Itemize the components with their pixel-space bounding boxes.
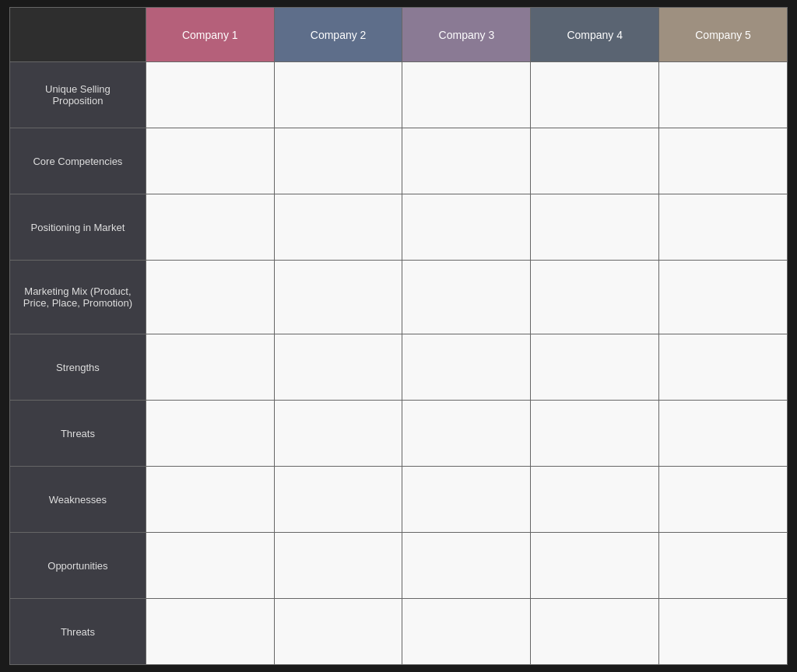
cell-opp-c1[interactable] [146, 533, 274, 599]
table-row: Marketing Mix (Product, Price, Place, Pr… [10, 261, 788, 334]
cell-thr2-c3[interactable] [402, 599, 531, 665]
cell-wk-c2[interactable] [274, 467, 402, 533]
table-row: Opportunities [10, 533, 788, 599]
cell-usp-c4[interactable] [531, 62, 659, 128]
cell-str-c4[interactable] [531, 334, 659, 401]
cell-cc-c2[interactable] [274, 128, 402, 194]
cell-wk-c5[interactable] [659, 467, 788, 533]
header-empty [10, 8, 146, 62]
cell-mm-c3[interactable] [402, 261, 531, 334]
table-row: Weaknesses [10, 467, 788, 533]
header-company2: Company 2 [274, 8, 402, 62]
row-label-usp: Unique Selling Proposition [10, 62, 146, 128]
cell-pos-c4[interactable] [531, 194, 659, 261]
row-label-threats2: Threats [10, 599, 146, 665]
cell-thr1-c4[interactable] [531, 401, 659, 467]
table-row: Threats [10, 401, 788, 467]
header-company5: Company 5 [659, 8, 788, 62]
cell-cc-c3[interactable] [402, 128, 531, 194]
cell-str-c3[interactable] [402, 334, 531, 401]
cell-mm-c2[interactable] [274, 261, 402, 334]
row-label-marketing-mix: Marketing Mix (Product, Price, Place, Pr… [10, 261, 146, 334]
comparison-table: Company 1 Company 2 Company 3 Company 4 … [9, 7, 788, 665]
cell-cc-c1[interactable] [146, 128, 274, 194]
cell-mm-c4[interactable] [531, 261, 659, 334]
cell-wk-c3[interactable] [402, 467, 531, 533]
cell-str-c2[interactable] [274, 334, 402, 401]
table-row: Threats [10, 599, 788, 665]
cell-pos-c5[interactable] [659, 194, 788, 261]
cell-thr2-c4[interactable] [531, 599, 659, 665]
cell-usp-c2[interactable] [274, 62, 402, 128]
cell-thr1-c5[interactable] [659, 401, 788, 467]
row-label-weaknesses: Weaknesses [10, 467, 146, 533]
header-company1: Company 1 [146, 8, 274, 62]
row-label-core-competencies: Core Competencies [10, 128, 146, 194]
cell-mm-c1[interactable] [146, 261, 274, 334]
table-row: Core Competencies [10, 128, 788, 194]
cell-opp-c5[interactable] [659, 533, 788, 599]
cell-thr2-c5[interactable] [659, 599, 788, 665]
table-wrapper: Company 1 Company 2 Company 3 Company 4 … [0, 0, 797, 672]
header-company3: Company 3 [402, 8, 531, 62]
row-label-strengths: Strengths [10, 334, 146, 401]
cell-wk-c1[interactable] [146, 467, 274, 533]
cell-opp-c2[interactable] [274, 533, 402, 599]
cell-usp-c5[interactable] [659, 62, 788, 128]
row-label-threats1: Threats [10, 401, 146, 467]
cell-usp-c3[interactable] [402, 62, 531, 128]
cell-pos-c2[interactable] [274, 194, 402, 261]
cell-cc-c5[interactable] [659, 128, 788, 194]
cell-cc-c4[interactable] [531, 128, 659, 194]
table-row: Strengths [10, 334, 788, 401]
table-row: Positioning in Market [10, 194, 788, 261]
cell-thr1-c3[interactable] [402, 401, 531, 467]
cell-mm-c5[interactable] [659, 261, 788, 334]
cell-opp-c3[interactable] [402, 533, 531, 599]
cell-usp-c1[interactable] [146, 62, 274, 128]
row-label-positioning: Positioning in Market [10, 194, 146, 261]
cell-pos-c1[interactable] [146, 194, 274, 261]
cell-pos-c3[interactable] [402, 194, 531, 261]
header-row: Company 1 Company 2 Company 3 Company 4 … [10, 8, 788, 62]
cell-thr1-c1[interactable] [146, 401, 274, 467]
cell-thr2-c2[interactable] [274, 599, 402, 665]
header-company4: Company 4 [531, 8, 659, 62]
cell-thr1-c2[interactable] [274, 401, 402, 467]
cell-str-c5[interactable] [659, 334, 788, 401]
cell-str-c1[interactable] [146, 334, 274, 401]
table-row: Unique Selling Proposition [10, 62, 788, 128]
cell-wk-c4[interactable] [531, 467, 659, 533]
row-label-opportunities: Opportunities [10, 533, 146, 599]
cell-opp-c4[interactable] [531, 533, 659, 599]
cell-thr2-c1[interactable] [146, 599, 274, 665]
